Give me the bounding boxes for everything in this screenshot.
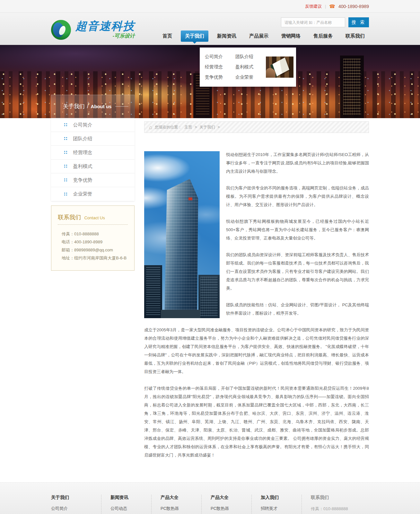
nav-item-home[interactable]: 首页 (158, 30, 176, 42)
grid-bullet-icon: ∷ (64, 136, 67, 142)
dropdown-item-team-intro[interactable]: 团队介绍 (235, 54, 266, 60)
breadcrumb-current-link[interactable]: 关于我们 (199, 125, 215, 130)
topbar: 反馈建议 | ☎ 400-1890-8989 (0, 0, 420, 13)
breadcrumb-separator: > (195, 125, 197, 129)
grid-bullet-icon: ∷ (64, 177, 67, 183)
feedback-link[interactable]: 反馈建议 (305, 4, 322, 9)
nav-item-marketing[interactable]: 营销网络 (277, 30, 305, 42)
banner-title-separator: / (87, 104, 88, 109)
grid-bullet-icon: ∷ (64, 150, 67, 155)
sidebar-item-honors[interactable]: ∷ 企业荣誉 (51, 187, 135, 201)
sidebar-item-label: 公司简介 (73, 122, 92, 128)
grid-bullet-icon: ∷ (64, 122, 67, 128)
topbar-phone-number: 400-1890-8989 (338, 4, 369, 9)
search-input[interactable] (281, 17, 345, 27)
grid-bullet-icon: ∷ (64, 163, 67, 169)
article-paragraph: 成立于2005年3月，是一家大型民间准金融服务、项目投资的连锁企业。公司潜心于中… (144, 326, 369, 376)
sidebar: ∷ 公司简介 ∷ 团队介绍 ∷ 经营理念 ∷ 盈利模式 ∷ 竞争优势 (51, 118, 135, 468)
banner-title-en: About us (91, 104, 111, 109)
home-icon: ⌂ (149, 125, 152, 130)
content-column: ⌂ 您现在的位置： 主页 > 关于我们 > 悦动创想诞生于2010年，工作室聚集… (144, 118, 369, 468)
sidebar-item-label: 竞争优势 (73, 177, 92, 183)
footer-column-news: 新闻资讯 公司动态 行业资讯 媒体报道 常见问题 (101, 495, 151, 514)
footer-column-title: 新闻资讯 (110, 495, 151, 501)
main-content-area: ∷ 公司简介 ∷ 团队介绍 ∷ 经营理念 ∷ 盈利模式 ∷ 竞争优势 (0, 118, 420, 482)
background-building (144, 265, 162, 318)
nav-item-contact[interactable]: 联系我们 (341, 30, 369, 42)
contact-email: 邮箱：898989889@qq.com (62, 246, 128, 254)
sidebar-item-profit-model[interactable]: ∷ 盈利模式 (51, 160, 135, 173)
footer-contact-fax: 传真：010-8888888 (311, 506, 369, 512)
logo-title: 超音速科技 (75, 20, 135, 32)
footer-column-title: 产品大全 (211, 495, 251, 501)
footer-link[interactable]: 公司动态 (110, 506, 151, 511)
dropdown-item-advantage[interactable]: 竞争优势 (205, 74, 235, 80)
search-button[interactable]: 搜 索 (348, 17, 369, 27)
footer-link[interactable]: PC散热器 (161, 506, 201, 511)
sidebar-item-company-profile[interactable]: ∷ 公司简介 (51, 118, 135, 132)
grid-bullet-icon: ∷ (64, 191, 67, 197)
breadcrumb-home-link[interactable]: 主页 (184, 125, 192, 130)
background-building (198, 275, 220, 318)
banner-decorative-line (115, 106, 128, 107)
breadcrumb-prefix: 您现在的位置： (155, 125, 182, 130)
footer-column-products-2: 产品大全 PC散热器 PC机箱 PC电源 LED散热器 配件产品 (201, 495, 251, 514)
sidebar-item-advantage[interactable]: ∷ 竞争优势 (51, 173, 135, 187)
footer-column-products-1: 产品大全 PC散热器 PC机箱 PC电源 LED散热器 配件产品 (151, 495, 201, 514)
dropdown-item-profit-model[interactable]: 盈利模式 (235, 64, 266, 70)
logo[interactable]: 超音速科技 -可乐设计 (51, 13, 135, 45)
nav-item-news[interactable]: 新闻资讯 (213, 30, 241, 42)
phone-icon: ☎ (329, 4, 335, 9)
footer-column-about: 关于我们 公司简介 团队介绍 经营理念 盈利模式 竞争优势 企业荣誉 (51, 495, 101, 514)
nav-item-products[interactable]: 产品展示 (245, 30, 273, 42)
contact-fax: 传真：010-8888888 (62, 230, 128, 238)
breadcrumb-separator: > (217, 125, 220, 129)
contact-box-subtitle: Contact Us (84, 215, 105, 220)
about-dropdown-menu: 公司简介 团队介绍 经营理念 盈利模式 竞争优势 企业荣誉 (200, 48, 296, 87)
nav-item-about-active[interactable]: 关于我们 (181, 30, 208, 42)
footer-column-title: 联系我们 (311, 495, 369, 501)
searchbar: 搜 索 (281, 17, 369, 27)
footer-link[interactable]: PC散热器 (211, 506, 251, 511)
sidebar-item-team-intro[interactable]: ∷ 团队介绍 (51, 132, 135, 146)
sidebar-item-label: 经营理念 (73, 150, 92, 156)
article-paragraph: 打破了传统借贷业务的单一的落后局面，开创了中国加盟连锁的新时代！民间资本需要通路… (144, 384, 369, 459)
banner-section-title: 关于我们 / About us (51, 95, 135, 118)
contact-phone: 电话：400-1890-8989 (62, 238, 128, 246)
building-podium (161, 310, 200, 318)
sidebar-item-label: 团队介绍 (73, 136, 92, 142)
footer-column-title: 产品大全 (161, 495, 201, 501)
footer-link[interactable]: 公司简介 (51, 506, 101, 511)
contact-address: 地址：纽约市河南岸国商大厦B-6-B (62, 254, 128, 262)
dropdown-item-honors[interactable]: 企业荣誉 (235, 74, 266, 80)
skyscraper-tower (163, 179, 198, 318)
breadcrumb: ⌂ 您现在的位置： 主页 > 关于我们 > (144, 121, 369, 133)
footer-column-contact: 联系我们 传真：010-8888888 电话：400-1890-8989 邮箱：… (302, 495, 369, 514)
sidebar-item-philosophy[interactable]: ∷ 经营理念 (51, 146, 135, 160)
contact-box-title: 联系我们 (58, 214, 81, 221)
footer-column-join-us: 加入我们 招聘英才 联系方式 反馈建议 (251, 495, 302, 514)
dropdown-book-photo (266, 57, 293, 78)
sidebar-item-label: 盈利模式 (73, 163, 92, 170)
footer-column-title: 加入我们 (261, 495, 302, 501)
about-article: 悦动创想诞生于2010年，工作室聚集多名网页设计师/仿站师/SEO工程师，从事行… (144, 151, 369, 468)
header: 超音速科技 -可乐设计 搜 索 首页 关于我们 新闻资讯 产品展示 营销网络 售… (0, 13, 420, 45)
sidebar-item-label: 企业荣誉 (73, 191, 92, 197)
footer-column-title: 关于我们 (51, 495, 101, 501)
skyscraper-photo (144, 151, 220, 318)
banner-title-cn: 关于我们 (63, 103, 85, 110)
main-nav: 首页 关于我们 新闻资讯 产品展示 营销网络 售后服务 联系我们 (158, 30, 369, 45)
logo-icon (51, 20, 71, 40)
contact-info-box: 联系我们 Contact Us 传真：010-8888888 电话：400-18… (51, 205, 135, 271)
footer: 关于我们 公司简介 团队介绍 经营理念 盈利模式 竞争优势 企业荣誉 新闻资讯 … (0, 482, 420, 514)
topbar-divider: | (325, 4, 326, 9)
dropdown-item-company-profile[interactable]: 公司简介 (205, 54, 235, 60)
sidebar-menu: ∷ 公司简介 ∷ 团队介绍 ∷ 经营理念 ∷ 盈利模式 ∷ 竞争优势 (51, 118, 135, 201)
logo-subtitle: -可乐设计 (113, 33, 135, 39)
dropdown-item-philosophy[interactable]: 经营理念 (205, 64, 235, 70)
nav-item-service[interactable]: 售后服务 (309, 30, 337, 42)
footer-link[interactable]: 招聘英才 (261, 506, 302, 511)
